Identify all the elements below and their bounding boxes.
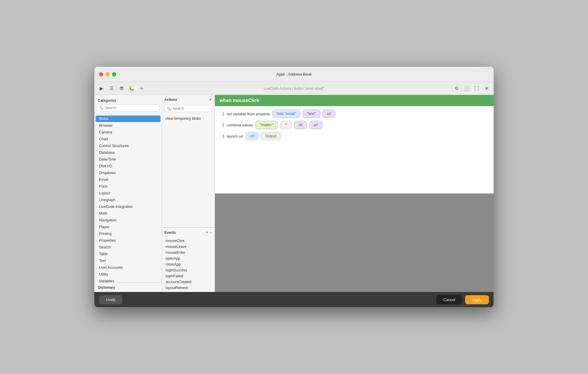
categories-header: Categories bbox=[97, 97, 159, 104]
category-item-disk-i/o[interactable]: Disk I/O bbox=[96, 163, 161, 169]
category-item-chart[interactable]: Chart bbox=[96, 136, 161, 142]
event-item-openApp[interactable]: openApp bbox=[164, 256, 212, 261]
dictionary-header: Dictionary bbox=[94, 282, 162, 292]
bottom-bar: Undo Cancel Apply bbox=[94, 292, 494, 307]
action-row: 1set variable from propertyfield "email"… bbox=[218, 110, 490, 118]
event-item-mouseLeave[interactable]: mouseLeave bbox=[164, 244, 212, 250]
row-number: 2 bbox=[218, 123, 224, 127]
bottom-right: Cancel Apply bbox=[436, 295, 489, 304]
toolbar: ▶ ☰ ⛃ 🐛 ＋ LowCode Actions | button "send… bbox=[94, 82, 494, 95]
action-chip[interactable]: url bbox=[323, 110, 335, 118]
category-item-blobs[interactable]: Blobs bbox=[96, 116, 161, 122]
event-item-loginSuccess[interactable]: loginSuccess bbox=[164, 267, 212, 273]
action-chip[interactable]: url bbox=[294, 121, 307, 129]
category-item-user-accounts[interactable]: User Accounts bbox=[96, 264, 161, 271]
action-chip[interactable]: url bbox=[309, 121, 322, 129]
category-item-math[interactable]: Math bbox=[96, 210, 161, 217]
actions-editor: when mouseClick 1set variable from prope… bbox=[215, 95, 494, 193]
middle-panel: Actions + 🔍 clear temporary blobs Events bbox=[162, 95, 215, 292]
event-item-loginFailed[interactable]: loginFailed bbox=[164, 273, 212, 279]
close-icon[interactable]: ✕ bbox=[483, 85, 490, 92]
action-row: 2combine values"mailto:"""urlurl bbox=[218, 121, 490, 129]
minimize-window-button[interactable] bbox=[106, 72, 110, 76]
actions-add-button[interactable]: + bbox=[208, 97, 212, 102]
event-item-mouseClick[interactable]: mouseClick bbox=[164, 238, 212, 244]
category-item-layout[interactable]: Layout bbox=[96, 190, 161, 196]
database-icon[interactable]: ⛃ bbox=[118, 85, 125, 92]
event-item-accountCreated[interactable]: accountCreated bbox=[164, 279, 212, 285]
add-icon[interactable]: ＋ bbox=[138, 85, 145, 92]
actions-search-container: 🔍 bbox=[162, 104, 215, 114]
event-list: mouseClickmouseLeavemouseEnteropenAppclo… bbox=[162, 237, 215, 292]
categories-panel: Categories 🔍 BlobsBrowserCameraChartCont… bbox=[94, 95, 162, 292]
events-header: Events + - bbox=[162, 228, 215, 237]
category-item-table[interactable]: Table bbox=[96, 251, 161, 257]
category-item-email[interactable]: Email bbox=[96, 176, 161, 183]
maximize-window-button[interactable] bbox=[112, 72, 116, 76]
play-icon[interactable]: ▶ bbox=[98, 85, 105, 92]
events-remove-button[interactable]: - bbox=[210, 230, 212, 235]
category-item-dropdown[interactable]: Dropdown bbox=[96, 170, 161, 176]
close-window-button[interactable] bbox=[99, 72, 103, 76]
action-chip[interactable]: "" bbox=[280, 121, 292, 129]
action-row: 3launch urlurlOutput bbox=[218, 132, 490, 140]
actions-search-box[interactable]: 🔍 bbox=[164, 105, 212, 112]
category-item-navigation[interactable]: Navigation bbox=[96, 217, 161, 223]
bug-icon[interactable]: 🐛 bbox=[128, 85, 135, 92]
action-chip[interactable]: "text" bbox=[303, 110, 320, 118]
category-item-linegraph[interactable]: Linegraph bbox=[96, 197, 161, 203]
toolbar-subtitle: LowCode Actions | button "send email" bbox=[264, 86, 324, 91]
toolbar-right: ⚙ ⬜ ⛶ ✕ bbox=[453, 85, 490, 92]
action-chip[interactable]: "mailto:" bbox=[255, 121, 278, 129]
category-item-date/time[interactable]: Date/Time bbox=[96, 156, 161, 163]
category-item-player[interactable]: Player bbox=[96, 224, 161, 230]
category-item-variables[interactable]: Variables bbox=[96, 278, 161, 282]
cancel-button[interactable]: Cancel bbox=[436, 295, 462, 304]
row-label: set variable from property bbox=[227, 112, 270, 116]
action-chip[interactable]: url bbox=[245, 132, 258, 140]
row-number: 1 bbox=[218, 111, 224, 116]
event-item-layoutRefresh[interactable]: layoutRefresh bbox=[164, 285, 212, 291]
category-item-database[interactable]: Database bbox=[96, 149, 161, 156]
actions-search-input[interactable] bbox=[173, 106, 210, 111]
events-add-button[interactable]: + bbox=[205, 230, 209, 235]
category-item-control-structures[interactable]: Control Structures bbox=[96, 143, 161, 149]
event-item-closeApp[interactable]: closeApp bbox=[164, 261, 212, 267]
category-item-search[interactable]: Search bbox=[96, 244, 161, 251]
categories-search-box[interactable]: 🔍 bbox=[97, 104, 159, 111]
categories-search-icon: 🔍 bbox=[99, 106, 103, 110]
action-chip[interactable]: field "email" bbox=[272, 110, 300, 118]
actions-section: Actions + 🔍 clear temporary blobs bbox=[162, 95, 215, 228]
events-controls: + - bbox=[205, 230, 212, 235]
settings-icon[interactable]: ⚙ bbox=[453, 85, 460, 92]
category-item-properties[interactable]: Properties bbox=[96, 237, 161, 244]
category-item-browser[interactable]: Browser bbox=[96, 122, 161, 129]
category-item-printing[interactable]: Printing bbox=[96, 231, 161, 237]
apply-button[interactable]: Apply bbox=[465, 295, 489, 304]
actions-section-header: Actions + bbox=[162, 95, 215, 104]
action-item[interactable]: clear temporary blobs bbox=[164, 116, 212, 121]
action-rows: 1set variable from propertyfield "email"… bbox=[215, 106, 494, 144]
category-item-form[interactable]: Form bbox=[96, 183, 161, 190]
right-panel: when mouseClick 1set variable from prope… bbox=[215, 95, 494, 292]
categories-search-input[interactable] bbox=[105, 106, 157, 110]
titlebar: Appli - Address Book bbox=[94, 67, 494, 82]
undo-button[interactable]: Undo bbox=[99, 295, 122, 304]
category-item-livecode-integration[interactable]: LiveCode Integration bbox=[96, 203, 161, 210]
toolbar-left: ▶ ☰ ⛃ 🐛 ＋ bbox=[98, 85, 145, 92]
row-number: 3 bbox=[218, 134, 224, 138]
row-label: launch url bbox=[227, 134, 243, 138]
category-list: BlobsBrowserCameraChartControl Structure… bbox=[94, 114, 162, 282]
action-chip[interactable]: Output bbox=[261, 132, 281, 140]
sidebar-icon[interactable]: ⬜ bbox=[463, 85, 470, 92]
category-item-utility[interactable]: Utility bbox=[96, 271, 161, 278]
events-section: Events + - mouseClickmouseLeavemouseEnte… bbox=[162, 228, 215, 292]
category-item-camera[interactable]: Camera bbox=[96, 129, 161, 136]
fullscreen-icon[interactable]: ⛶ bbox=[473, 85, 480, 92]
row-label: combine values bbox=[227, 123, 253, 127]
list-icon[interactable]: ☰ bbox=[108, 85, 115, 92]
categories-header-section: Categories 🔍 bbox=[94, 95, 162, 114]
event-header: when mouseClick bbox=[215, 95, 494, 106]
event-item-mouseEnter[interactable]: mouseEnter bbox=[164, 250, 212, 256]
category-item-text[interactable]: Text bbox=[96, 258, 161, 264]
